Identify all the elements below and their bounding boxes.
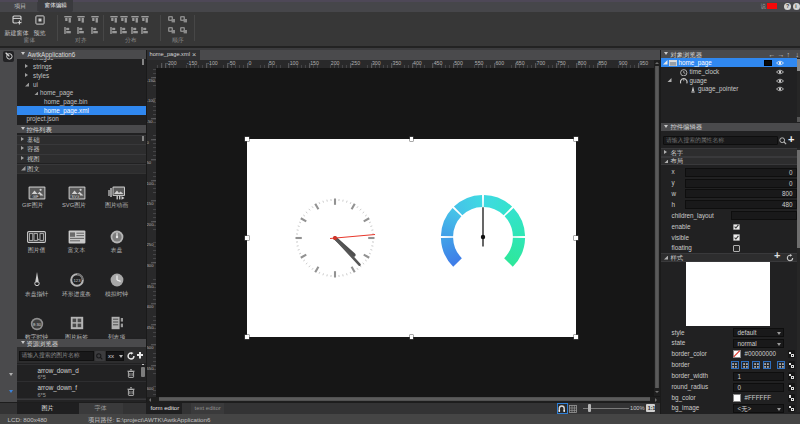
svg-text:GIF: GIF — [32, 194, 39, 198]
svg-text:123: 123 — [73, 277, 81, 282]
svg-text:SVG: SVG — [71, 194, 79, 198]
svg-text:8:30: 8:30 — [33, 321, 42, 326]
